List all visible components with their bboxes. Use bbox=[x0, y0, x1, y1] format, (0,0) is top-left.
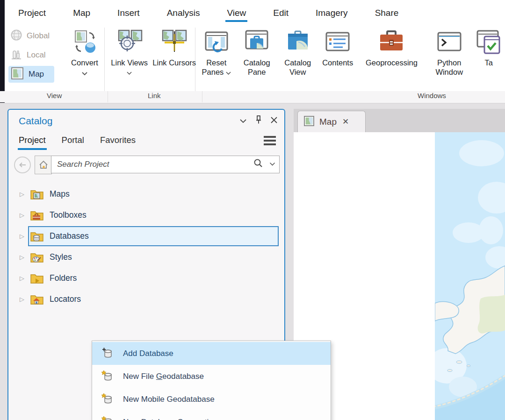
catalog-pane-icon bbox=[244, 28, 269, 57]
catalog-tab-project[interactable]: Project bbox=[19, 135, 46, 148]
group-label-view: View bbox=[47, 92, 62, 100]
home-button[interactable] bbox=[35, 156, 52, 174]
ribbon-group-view: Global Local Map bbox=[5, 26, 103, 91]
map-view-tab[interactable]: Map ✕ bbox=[297, 111, 366, 132]
locators-folder-icon bbox=[30, 294, 44, 305]
toolboxes-folder-icon bbox=[30, 210, 44, 221]
ribbon-tab-insert[interactable]: Insert bbox=[110, 5, 147, 21]
catalog-pane-button[interactable]: Catalog Pane bbox=[236, 26, 277, 91]
databases-context-menu: Add Database New File Geodatabase New Mo… bbox=[92, 341, 331, 420]
menu-item-label: Add Database bbox=[123, 349, 173, 358]
expand-arrow-icon[interactable]: ▷ bbox=[20, 212, 24, 219]
menu-item-label: New File Geodatabase bbox=[123, 372, 204, 381]
new-file-geodatabase-icon bbox=[101, 370, 114, 383]
chevron-down-icon bbox=[226, 68, 231, 78]
local-scene-icon bbox=[10, 48, 22, 62]
reset-panes-icon bbox=[204, 28, 229, 57]
arcgis-pro-window: Project Map Insert Analysis View Edit Im… bbox=[0, 0, 505, 420]
close-icon[interactable] bbox=[270, 116, 278, 126]
ribbon-group-labels: View Link Windows bbox=[0, 91, 505, 102]
ribbon-tab-analysis[interactable]: Analysis bbox=[160, 5, 207, 21]
pin-icon[interactable] bbox=[255, 115, 262, 126]
convert-button[interactable]: Convert bbox=[65, 26, 105, 78]
contents-icon bbox=[325, 28, 350, 57]
window-edge bbox=[0, 0, 5, 103]
ribbon-tab-share[interactable]: Share bbox=[368, 5, 406, 21]
contents-button[interactable]: Contents bbox=[318, 26, 357, 91]
pane-options-menu-icon[interactable] bbox=[264, 136, 276, 145]
folders-folder-icon bbox=[30, 273, 44, 284]
expand-arrow-icon[interactable]: ▷ bbox=[20, 296, 24, 303]
ribbon-tab-map[interactable]: Map bbox=[66, 5, 97, 21]
menu-item-new-mobile-geodatabase[interactable]: New Mobile Geodatabase bbox=[92, 388, 331, 411]
catalog-tab-portal[interactable]: Portal bbox=[62, 135, 84, 148]
maps-folder-icon bbox=[30, 189, 44, 200]
geoprocessing-toolbox-icon bbox=[378, 28, 405, 57]
new-mobile-geodatabase-icon bbox=[101, 393, 114, 406]
new-database-connection-icon bbox=[101, 416, 114, 420]
ribbon-tab-project[interactable]: Project bbox=[11, 5, 53, 21]
expand-arrow-icon[interactable]: ▷ bbox=[20, 254, 24, 261]
ribbon: Project Map Insert Analysis View Edit Im… bbox=[0, 0, 505, 103]
menu-item-label: New Database Connection bbox=[123, 418, 217, 420]
ribbon-body: Global Local Map bbox=[5, 26, 505, 91]
reset-panes-button[interactable]: Reset Panes bbox=[196, 26, 236, 91]
workspace: Catalog Project Portal Favorites bbox=[0, 103, 505, 420]
search-input[interactable] bbox=[56, 157, 240, 172]
chevron-down-icon[interactable] bbox=[269, 160, 275, 168]
close-tab-icon[interactable]: ✕ bbox=[342, 117, 349, 127]
catalog-pane-header: Catalog bbox=[8, 110, 284, 131]
home-icon bbox=[39, 160, 48, 170]
expand-arrow-icon[interactable]: ▷ bbox=[20, 191, 24, 198]
global-scene-icon bbox=[10, 29, 22, 43]
tree-item-maps[interactable]: ▷ Maps bbox=[8, 184, 284, 205]
map-view-button[interactable]: Map bbox=[8, 66, 54, 83]
group-label-windows: Windows bbox=[418, 92, 446, 100]
expand-arrow-icon[interactable]: ▷ bbox=[20, 275, 24, 282]
catalog-view-button[interactable]: Catalog View bbox=[277, 26, 318, 91]
tree-item-databases[interactable]: ▷ Databases bbox=[8, 226, 284, 247]
ribbon-group-link: Link Views bbox=[106, 26, 194, 91]
python-window-button[interactable]: Python Window bbox=[426, 26, 472, 91]
menu-item-new-file-geodatabase[interactable]: New File Geodatabase bbox=[92, 365, 331, 388]
menu-item-add-database[interactable]: Add Database bbox=[92, 342, 331, 365]
convert-icon bbox=[72, 28, 98, 57]
menu-item-new-database-connection[interactable]: New Database Connection bbox=[92, 411, 331, 420]
basemap-ocean bbox=[435, 132, 505, 420]
catalog-search-row bbox=[8, 156, 284, 178]
chevron-down-icon bbox=[127, 68, 132, 78]
catalog-view-icon bbox=[285, 28, 310, 57]
local-button[interactable]: Local bbox=[8, 47, 54, 64]
chevron-down-icon bbox=[82, 69, 87, 78]
add-database-icon bbox=[101, 347, 114, 360]
ribbon-tab-imagery[interactable]: Imagery bbox=[309, 5, 355, 21]
python-window-icon bbox=[437, 28, 462, 57]
search-icon[interactable] bbox=[253, 158, 263, 170]
link-views-button[interactable]: Link Views bbox=[108, 26, 152, 77]
link-cursors-button[interactable]: Link Cursors bbox=[152, 26, 196, 68]
link-cursors-icon bbox=[161, 28, 188, 57]
global-button[interactable]: Global bbox=[8, 28, 54, 44]
group-label-link: Link bbox=[148, 92, 161, 100]
tree-item-styles[interactable]: ▷ Styles bbox=[8, 247, 284, 268]
expand-arrow-icon[interactable]: ▷ bbox=[20, 233, 24, 240]
catalog-tab-favorites[interactable]: Favorites bbox=[100, 135, 136, 148]
back-arrow-icon[interactable] bbox=[14, 157, 31, 173]
tree-item-toolboxes[interactable]: ▷ Toolboxes bbox=[8, 205, 284, 226]
pane-title: Catalog bbox=[19, 115, 52, 127]
search-box bbox=[51, 156, 280, 173]
ribbon-group-windows: Reset Panes Catalog Pane bbox=[196, 26, 505, 91]
catalog-tabs: Project Portal Favorites bbox=[8, 131, 284, 152]
pane-menu-chevron-icon[interactable] bbox=[239, 117, 247, 125]
ribbon-tab-bar: Project Map Insert Analysis View Edit Im… bbox=[5, 3, 412, 23]
catalog-tree: ▷ Maps ▷ Toolboxes ▷ bbox=[8, 184, 284, 310]
tasks-button[interactable]: Ta bbox=[472, 26, 505, 91]
map-icon bbox=[10, 66, 24, 82]
ribbon-tab-edit[interactable]: Edit bbox=[266, 5, 296, 21]
tasks-icon bbox=[476, 28, 501, 57]
geoprocessing-button[interactable]: Geoprocessing bbox=[357, 26, 426, 91]
ribbon-tab-view[interactable]: View bbox=[220, 5, 253, 21]
tree-item-locators[interactable]: ▷ Locators bbox=[8, 289, 284, 310]
link-views-icon bbox=[116, 28, 143, 57]
tree-item-folders[interactable]: ▷ Folders bbox=[8, 268, 284, 289]
